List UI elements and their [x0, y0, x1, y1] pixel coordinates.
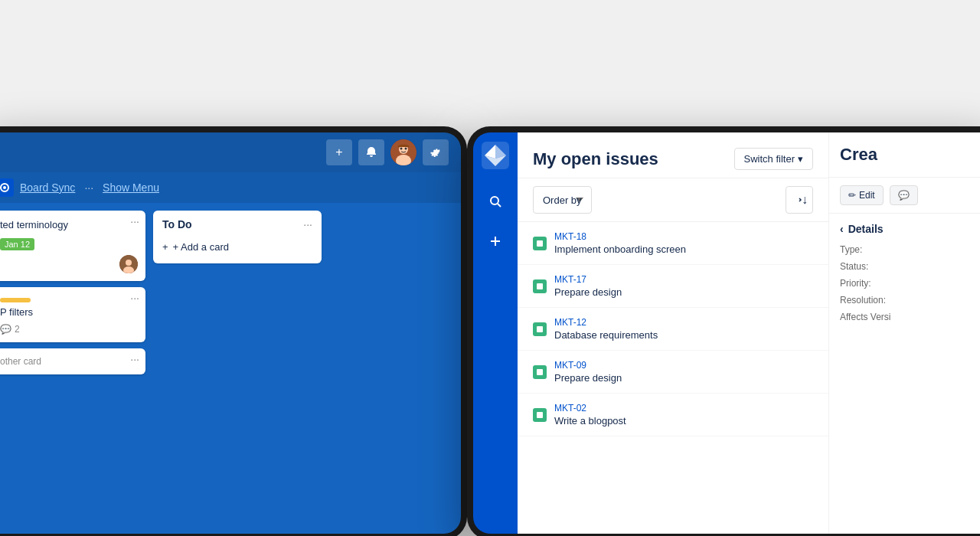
board-sync-dots: ···: [84, 181, 93, 194]
notifications-button[interactable]: [358, 139, 384, 165]
card-1-dots[interactable]: ···: [130, 215, 139, 227]
cards-column-1: ··· ted terminology Jan 12: [0, 211, 145, 526]
sidebar-add-icon[interactable]: [482, 227, 509, 255]
issue-type-icon-0: [533, 237, 547, 250]
issue-key-2[interactable]: MKT-12: [554, 317, 813, 328]
jira-page-title: My open issues: [533, 149, 722, 169]
jira-logo: [482, 142, 509, 169]
card-3[interactable]: ··· other card: [0, 348, 145, 374]
jira-header: My open issues Switch filter ▾: [518, 132, 828, 178]
issue-item-2[interactable]: MKT-12 Database requirements: [518, 308, 828, 351]
detail-field-type: Type:: [829, 241, 980, 258]
issue-type-icon-2: [533, 322, 547, 336]
detail-field-affects: Affects Versi: [829, 309, 980, 325]
svg-rect-17: [537, 326, 543, 332]
right-tablet-screen: My open issues Switch filter ▾ Order by …: [473, 132, 980, 534]
jira-detail-panel: Crea ✏ Edit 💬 ‹ Details Type: Status:: [828, 132, 980, 534]
card-2[interactable]: ··· P filters 💬 2: [0, 287, 145, 342]
issue-info-1: MKT-17 Prepare design: [554, 274, 813, 298]
issue-summary-3: Prepare design: [554, 372, 813, 384]
card-2-comment: 💬 2: [0, 324, 138, 335]
trello-header: +: [0, 132, 461, 172]
add-card-button[interactable]: + + Add a card: [162, 238, 312, 256]
todo-column-dots[interactable]: ···: [303, 218, 312, 230]
detail-actions: ✏ Edit 💬: [829, 178, 980, 214]
card-1-avatar: [119, 255, 138, 273]
switch-filter-label: Switch filter: [744, 153, 795, 165]
svg-point-5: [3, 186, 6, 189]
affects-label: Affects Versi: [840, 312, 909, 322]
issue-key-3[interactable]: MKT-09: [554, 360, 813, 371]
details-label: Details: [848, 223, 884, 235]
status-label: Status:: [840, 261, 909, 272]
chevron-left-icon: ‹: [840, 223, 844, 235]
issue-list: MKT-18 Implement onboarding screen MKT-1…: [518, 222, 828, 534]
board-sync-bar: Board Sync ··· Show Menu: [0, 172, 461, 203]
left-tablet-screen: +: [0, 132, 461, 534]
card-3-title: other card: [0, 356, 138, 367]
issue-key-0[interactable]: MKT-18: [554, 231, 813, 242]
issue-item-0[interactable]: MKT-18 Implement onboarding screen: [518, 222, 828, 265]
issue-item-4[interactable]: MKT-02 Write a blogpost: [518, 394, 828, 436]
board-sync-icon: [0, 178, 14, 197]
svg-rect-18: [537, 369, 543, 375]
jira-toolbar: Order by Priority Created Updated ↓: [518, 178, 828, 222]
issue-type-icon-3: [533, 365, 547, 379]
board-sync-link[interactable]: Board Sync: [20, 181, 75, 194]
svg-point-7: [126, 260, 132, 266]
issue-summary-1: Prepare design: [554, 286, 813, 298]
edit-label: Edit: [859, 190, 875, 201]
issue-key-1[interactable]: MKT-17: [554, 274, 813, 285]
issue-key-4[interactable]: MKT-02: [554, 403, 813, 413]
card-2-yellow-bar: [0, 298, 31, 302]
svg-rect-15: [537, 240, 543, 247]
card-3-dots[interactable]: ···: [130, 353, 139, 365]
detail-create-header: Crea: [829, 132, 980, 178]
user-avatar[interactable]: [390, 139, 416, 165]
issue-info-0: MKT-18 Implement onboarding screen: [554, 231, 813, 255]
sort-direction-button[interactable]: ↓: [786, 186, 813, 214]
resolution-label: Resolution:: [840, 295, 909, 306]
switch-filter-chevron: ▾: [798, 153, 803, 165]
order-by-select[interactable]: Order by Priority Created Updated: [533, 186, 592, 214]
switch-filter-button[interactable]: Switch filter ▾: [734, 148, 813, 170]
card-1[interactable]: ··· ted terminology Jan 12: [0, 211, 145, 281]
svg-point-4: [405, 148, 407, 150]
issue-type-icon-4: [533, 408, 547, 422]
show-menu-link[interactable]: Show Menu: [103, 181, 159, 194]
right-tablet: My open issues Switch filter ▾ Order by …: [467, 126, 980, 536]
svg-rect-19: [537, 412, 543, 418]
card-1-footer: [0, 255, 138, 273]
issue-type-icon-1: [533, 279, 547, 293]
issue-item-3[interactable]: MKT-09 Prepare design: [518, 351, 828, 394]
svg-rect-16: [537, 283, 543, 289]
issue-summary-4: Write a blogpost: [554, 415, 813, 427]
settings-button[interactable]: [423, 139, 449, 165]
sidebar-search-icon[interactable]: [482, 188, 509, 215]
board-area: ··· ted terminology Jan 12: [0, 203, 461, 534]
svg-line-12: [498, 204, 501, 207]
jira-sidebar: [473, 132, 518, 534]
comment-icon-detail: 💬: [898, 190, 910, 201]
issue-info-4: MKT-02 Write a blogpost: [554, 403, 813, 427]
comment-icon: 💬: [0, 324, 11, 335]
issue-summary-2: Database requirements: [554, 329, 813, 341]
issue-summary-0: Implement onboarding screen: [554, 243, 813, 255]
add-card-label: + Add a card: [173, 241, 229, 253]
card-2-dots[interactable]: ···: [130, 292, 139, 304]
jira-main-panel: My open issues Switch filter ▾ Order by …: [518, 132, 828, 534]
issue-item-1[interactable]: MKT-17 Prepare design: [518, 265, 828, 308]
todo-column: To Do ··· + + Add a card: [153, 211, 322, 526]
card-2-title: P filters: [0, 306, 138, 319]
detail-field-status: Status:: [829, 258, 980, 275]
priority-label: Priority:: [840, 278, 909, 289]
add-button[interactable]: +: [326, 139, 352, 165]
detail-edit-button[interactable]: ✏ Edit: [840, 185, 884, 205]
detail-comment-button[interactable]: 💬: [890, 185, 918, 205]
type-label: Type:: [840, 244, 909, 255]
issue-info-2: MKT-12 Database requirements: [554, 317, 813, 341]
svg-point-3: [400, 148, 403, 150]
card-1-tag: Jan 12: [0, 238, 34, 250]
svg-point-11: [491, 197, 498, 204]
issue-info-3: MKT-09 Prepare design: [554, 360, 813, 384]
